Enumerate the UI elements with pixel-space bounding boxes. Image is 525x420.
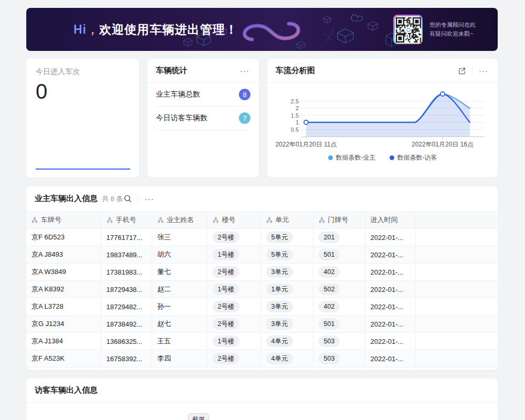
traffic-chart-title: 车流分析图: [276, 66, 315, 76]
table-row[interactable]: 京A J849319837489...胡六1号楼5单元5012022-01-..…: [26, 246, 498, 264]
dashboard-page: Hi，欢迎使用车辆进出管理！ 您的专属顾问在此 有疑问欢迎来戳~ 今日进入车次 …: [26, 8, 498, 420]
open-in-new-icon[interactable]: [457, 66, 467, 76]
table-row[interactable]: 京A L372818729482...孙一2号楼3单元4022022-01-..…: [26, 298, 498, 316]
svg-text:2022年01月20日 11点: 2022年01月20日 11点: [275, 141, 337, 148]
table-row[interactable]: 京A W384917381983...董七2号楼3单元4022022-01-..…: [26, 264, 498, 281]
vehicle-stats-title: 车辆统计: [156, 66, 187, 76]
table-cell: 3单元: [260, 316, 313, 333]
qr-caption-line1: 您的专属顾问在此: [429, 20, 476, 29]
table-cell: 402: [313, 298, 365, 316]
table-cell: 19837489...: [101, 246, 152, 264]
cell-text: 2022-01-...: [371, 338, 404, 345]
owner-table-title-row: 业主车辆出入信息 共 8 条 ···: [26, 186, 498, 211]
cell-text: 京A L3728: [32, 302, 64, 310]
legend-item[interactable]: 数据条数-业主: [328, 153, 376, 162]
table-cell: 2022-01-...: [365, 281, 415, 298]
table-cell: 2号楼: [207, 350, 260, 368]
search-icon[interactable]: [123, 194, 132, 204]
svg-text:2022年01月20日 16点: 2022年01月20日 16点: [412, 141, 474, 148]
cell-text: 王五: [158, 337, 171, 345]
traffic-chart-header: 车流分析图 ···: [267, 59, 498, 83]
tag-pill: 1号楼: [213, 335, 240, 346]
svg-text:1: 1: [296, 119, 299, 125]
welcome-banner: Hi，欢迎使用车辆进出管理！ 您的专属顾问在此 有疑问欢迎来戳~: [26, 8, 498, 51]
stat-row: 今日访客车辆数7: [156, 107, 250, 130]
banner-greeting-text: 欢迎使用车辆进出管理！: [99, 23, 238, 36]
table-cell: 402: [313, 264, 365, 281]
cell-text: 赵七: [158, 320, 171, 328]
table-cell: 2022-01-...: [365, 298, 415, 316]
column-header-进入时间[interactable]: 进入时间: [365, 212, 415, 229]
header-divider: [138, 195, 138, 203]
table-row[interactable]: 京A K839218729438...赵二1号楼1单元5022022-01-..…: [26, 281, 498, 298]
column-header-手机号[interactable]: 手机号: [101, 212, 152, 229]
cell-text: 2022-01-...: [371, 251, 404, 259]
cell-text: 19837489...: [107, 251, 143, 259]
more-menu-icon[interactable]: ···: [239, 66, 250, 76]
sitemap-icon: [266, 217, 272, 223]
column-label: 进入时间: [371, 215, 398, 225]
column-header-车牌号[interactable]: 车牌号: [26, 212, 101, 229]
table-cell: [415, 246, 498, 264]
tag-pill: 1号楼: [213, 249, 240, 260]
table-row[interactable]: 京F A523K16758392...李四2号楼4单元5032022-01-..…: [26, 350, 498, 368]
table-cell: 京G J1234: [26, 316, 101, 333]
table-cell: 17381983...: [101, 264, 152, 281]
table-cell: 1号楼: [207, 281, 260, 298]
consultant-qr-group: 您的专属顾问在此 有疑问欢迎来戳~: [393, 15, 476, 44]
more-menu-icon[interactable]: ···: [478, 66, 489, 76]
column-header-单元[interactable]: 单元: [260, 212, 313, 229]
table-row[interactable]: 京A J138413686325...王五1号楼4单元5032022-01-..…: [26, 333, 498, 350]
table-cell: 张三: [152, 229, 207, 246]
table-cell: 503: [313, 333, 365, 350]
svg-text:2: 2: [296, 105, 299, 111]
table-cell: 5单元: [260, 229, 313, 246]
table-cell: 4单元: [260, 350, 313, 368]
tag-pill: 3单元: [266, 318, 293, 329]
owner-table-header-row: 车牌号手机号业主姓名楼号单元门牌号进入时间: [26, 212, 498, 229]
cell-text: 京F 6D523: [32, 233, 65, 241]
visitor-table-card: 访客车辆出入信息: [26, 379, 498, 420]
table-cell: [415, 350, 498, 368]
cell-text: 17381983...: [107, 268, 143, 276]
cell-text: 京A J8493: [32, 250, 63, 258]
tag-pill: 5单元: [266, 232, 293, 243]
table-cell: 赵七: [152, 316, 207, 333]
sitemap-icon: [213, 217, 219, 223]
table-cell: [415, 333, 498, 350]
banner-greeting: Hi，欢迎使用车辆进出管理！: [74, 22, 238, 38]
cell-text: 胡六: [158, 250, 171, 258]
column-header-门牌号[interactable]: 门牌号: [313, 212, 365, 229]
table-cell: 京A J1384: [26, 333, 101, 350]
table-cell: 503: [313, 350, 365, 368]
tag-pill: 501: [319, 249, 340, 260]
tag-pill: 503: [319, 335, 340, 346]
legend-item[interactable]: 数据条数-访客: [390, 153, 437, 162]
cell-text: 李四: [158, 354, 171, 362]
column-label: 手机号: [116, 215, 136, 225]
svg-text:2.5: 2.5: [291, 98, 299, 104]
stat-count-badge: 8: [239, 89, 250, 100]
vehicle-stats-header: 车辆统计 ···: [148, 59, 259, 83]
owner-table-count: 共 8 条: [102, 194, 123, 204]
table-cell: [415, 264, 498, 281]
column-header-业主姓名[interactable]: 业主姓名: [152, 212, 207, 229]
more-menu-icon[interactable]: ···: [143, 194, 155, 204]
column-label: 楼号: [222, 215, 236, 225]
tag-pill: 2号楼: [213, 266, 240, 277]
today-entry-label: 今日进入车次: [36, 67, 130, 77]
tag-pill: 502: [319, 284, 340, 295]
table-cell: 2022-01-...: [365, 333, 415, 350]
table-cell: 京F A523K: [26, 350, 101, 368]
column-header-empty: [415, 212, 498, 229]
stat-count-badge: 7: [239, 112, 250, 124]
table-cell: [415, 298, 498, 316]
tag-pill: 2号楼: [213, 353, 240, 364]
header-divider: [472, 67, 472, 75]
column-header-楼号[interactable]: 楼号: [207, 212, 260, 229]
column-label: 单元: [276, 215, 289, 225]
tag-pill: 3单元: [266, 301, 293, 312]
table-row[interactable]: 京F 6D52317761717...张三2号楼5单元2012022-01-..…: [26, 229, 498, 246]
table-row[interactable]: 京G J123418738492...赵七2号楼3单元5012022-01-..…: [26, 316, 498, 333]
screenshot-button[interactable]: 截屏: [188, 413, 209, 420]
